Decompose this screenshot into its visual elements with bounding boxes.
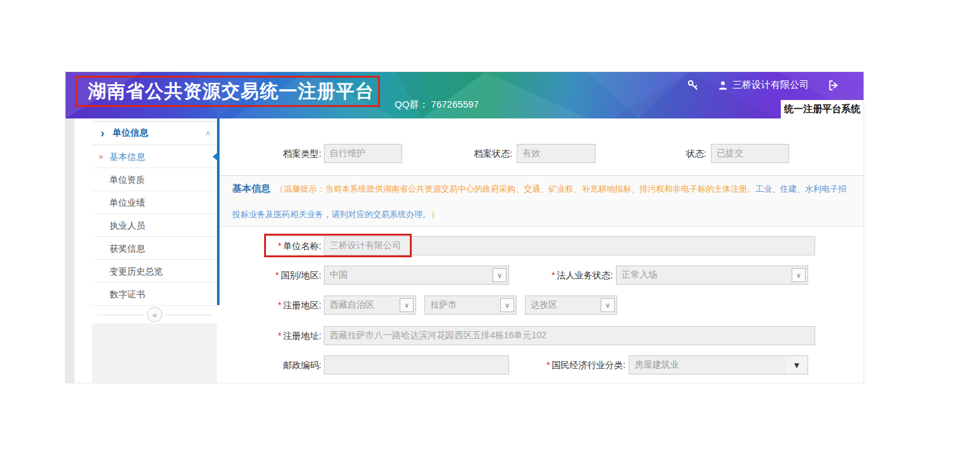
title-annotation-box: 湖南省公共资源交易统一注册平台	[75, 76, 380, 107]
divider-line	[97, 315, 143, 315]
qq-group: QQ群：767265597	[395, 99, 481, 111]
section-header: 基本信息（温馨提示：当前本系统提供湖南省公共资源交易中心的政府采购、交通、矿业权…	[220, 176, 864, 227]
sidebar-item-label: 单位业绩	[109, 197, 145, 208]
reg-region-label: *注册地区:	[220, 296, 321, 315]
sidebar-item-label: 执业人员	[109, 220, 145, 231]
sidebar-item-practitioners[interactable]: 执业人员	[92, 214, 217, 237]
chevron-right-icon: ›	[101, 127, 104, 139]
sidebar-item-label: 基本信息	[109, 152, 145, 162]
archive-state-input[interactable]	[517, 144, 596, 163]
sidebar-item-unit-qualification[interactable]: 单位资质	[92, 168, 217, 191]
required-marker: *	[278, 300, 281, 310]
required-marker: *	[552, 270, 555, 280]
unit-name-input[interactable]	[324, 236, 815, 255]
header: 湖南省公共资源交易统一注册平台 QQ群：767265597 三桥设计有限公	[66, 72, 864, 118]
collapse-sidebar-button[interactable]: «	[147, 307, 162, 322]
sidebar-item-digital-certificate[interactable]: 数字证书	[92, 283, 217, 306]
section-hint-orange: （温馨提示：当前本系统提供湖南省公共资源交易中心的政府采购、交通、矿业权、补充耕…	[276, 184, 755, 194]
sidebar-item-label: 获奖信息	[109, 243, 145, 253]
sidebar-item-basic-info[interactable]: » 基本信息	[92, 145, 217, 168]
select-chevron-icon: ∨	[400, 298, 414, 312]
required-marker: *	[276, 270, 279, 280]
user-menu[interactable]: 三桥设计有限公司	[718, 79, 809, 91]
postal-code-label: 邮政编码:	[220, 355, 321, 374]
required-marker: *	[547, 360, 550, 370]
left-gutter	[66, 118, 74, 383]
select-chevron-icon: ∨	[792, 268, 806, 282]
select-chevron-icon: ∨	[601, 298, 615, 312]
country-select-value: 中国	[330, 269, 347, 281]
reg-address-label: *注册地址:	[220, 326, 321, 345]
sidebar-filler	[92, 324, 217, 383]
key-icon[interactable]	[687, 79, 699, 91]
app-window: 湖南省公共资源交易统一注册平台 QQ群：767265597 三桥设计有限公	[66, 72, 864, 383]
region-district-value: 达孜区	[531, 299, 557, 311]
user-name: 三桥设计有限公司	[732, 79, 809, 91]
logout-icon[interactable]	[828, 80, 839, 91]
divider-line	[166, 315, 212, 315]
user-icon	[718, 80, 728, 90]
unit-name-label: *单位名称:	[220, 236, 321, 255]
required-marker: *	[278, 331, 281, 341]
postal-code-input[interactable]	[324, 355, 509, 374]
industry-dropdown-value: 房屋建筑业	[634, 359, 679, 371]
section-title: 基本信息	[232, 183, 270, 194]
active-pointer-icon	[213, 151, 220, 162]
sidebar-collapse-row: «	[92, 306, 217, 324]
region-district-select[interactable]: 达孜区 ∨	[525, 296, 617, 315]
archive-type-label: 档案类型:	[220, 144, 321, 163]
page-title: 湖南省公共资源交易统一注册平台	[88, 79, 374, 104]
industry-label: *国民经济行业分类:	[487, 355, 626, 374]
header-actions: 三桥设计有限公司	[687, 79, 839, 91]
active-marker-icon: »	[99, 145, 103, 168]
sidebar-item-label: 数字证书	[109, 289, 145, 299]
sidebar-item-unit-performance[interactable]: 单位业绩	[92, 191, 217, 214]
legal-status-label: *法人业务状态:	[500, 266, 613, 285]
main-content: 档案类型: 档案状态: 状态: 基本信息（温馨提示：当前本系统提供湖南省公共资源…	[220, 118, 864, 383]
dropdown-triangle-icon: ▼	[786, 356, 808, 374]
status-label: 状态:	[605, 144, 706, 163]
tab-system[interactable]: 统一注册平台系统	[781, 100, 864, 118]
required-marker: *	[278, 241, 281, 251]
qq-label: QQ群：	[395, 99, 428, 110]
sidebar-category-label: 单位信息	[113, 127, 205, 139]
caret-up-icon: ∧	[205, 129, 211, 138]
region-city-select[interactable]: 拉萨市 ∨	[424, 296, 517, 315]
sidebar-item-change-history[interactable]: 变更历史总览	[92, 260, 217, 283]
status-input[interactable]	[711, 144, 789, 163]
sidebar-items: » 基本信息 单位资质 单位业绩 执业人员 获奖信息 变更历史总览	[92, 145, 217, 306]
archive-state-label: 档案状态:	[410, 144, 512, 163]
sidebar-item-awards[interactable]: 获奖信息	[92, 237, 217, 260]
sidebar-item-label: 变更历史总览	[109, 266, 163, 276]
sidebar: › 单位信息 ∧ » 基本信息 单位资质 单位业绩 执业人员	[74, 118, 217, 383]
qq-number: 767265597	[431, 99, 479, 110]
collapse-left-icon: «	[152, 310, 157, 320]
region-city-value: 拉萨市	[430, 299, 457, 311]
legal-status-select[interactable]: 正常入场 ∨	[616, 266, 808, 285]
sidebar-category-unit-info[interactable]: › 单位信息 ∧	[92, 122, 217, 145]
region-province-value: 西藏自治区	[330, 299, 374, 311]
industry-dropdown[interactable]: 房屋建筑业 ▼	[629, 355, 808, 374]
select-chevron-icon: ∨	[500, 298, 514, 312]
country-label: *国别/地区:	[220, 266, 321, 285]
section-hint-close: ）	[431, 210, 439, 219]
region-province-select[interactable]: 西藏自治区 ∨	[324, 296, 416, 315]
sidebar-item-label: 单位资质	[109, 175, 145, 185]
sidebar-divider	[217, 118, 220, 305]
country-select[interactable]: 中国 ∨	[324, 266, 509, 285]
reg-address-input[interactable]	[324, 326, 815, 345]
archive-type-input[interactable]	[324, 144, 402, 163]
legal-status-select-value: 正常入场	[622, 269, 657, 281]
sidebar-menu: › 单位信息 ∧ » 基本信息 单位资质 单位业绩 执业人员	[92, 121, 217, 383]
